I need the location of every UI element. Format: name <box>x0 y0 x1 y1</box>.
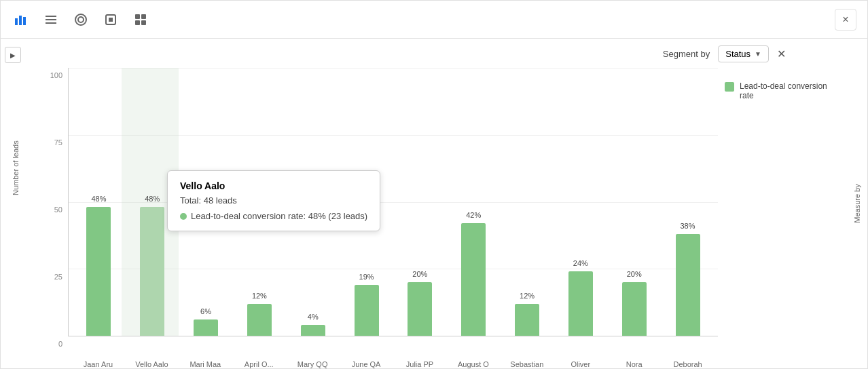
legend-item: Lead-to-deal conversion rate <box>725 81 833 100</box>
main-container: × ▶ Number of leads Segment by Status ▼ … <box>0 0 868 369</box>
bar-deborah[interactable]: 38% <box>676 234 700 336</box>
bar-group: 4% <box>286 68 340 336</box>
bar-pct-label: 38% <box>681 222 695 230</box>
segment-controls: Segment by Status ▼ ✕ <box>37 45 840 68</box>
x-axis-label: June QA <box>340 357 393 368</box>
x-axis-label: Mari Maa <box>179 357 232 368</box>
x-axis-label: Sebastian <box>500 357 554 368</box>
x-axis-label: Nora <box>607 357 661 368</box>
bar-group: 48% <box>72 68 126 336</box>
svg-rect-11 <box>141 14 146 19</box>
x-axis-label: Vello Aalo <box>125 357 179 368</box>
y-tick-100: 100 <box>50 71 62 79</box>
bar-aprilo...[interactable]: 12% <box>247 304 272 336</box>
svg-rect-3 <box>46 16 56 17</box>
legend-color-swatch <box>725 82 734 92</box>
bar-pct-label: 6% <box>200 307 211 315</box>
bars-container: 48%48%6%12%4%19%20%42%12%24%20%38% <box>69 68 718 336</box>
grid-icon[interactable] <box>131 10 150 29</box>
bar-group: 6% <box>179 68 233 336</box>
svg-rect-2 <box>23 17 26 25</box>
bar-oliver[interactable]: 24% <box>568 271 593 336</box>
x-axis-label: Deborah <box>661 357 715 368</box>
segment-by-label: Segment by <box>663 49 710 59</box>
bar-group: 48% <box>126 68 179 336</box>
bar-group: 20% <box>607 68 661 336</box>
bar-pct-label: 42% <box>466 211 481 219</box>
x-axis-label: Jaan Aru <box>71 357 125 368</box>
y-tick-50: 50 <box>54 206 62 214</box>
bar-pct-label: 19% <box>359 273 374 281</box>
bar-pct-label: 48% <box>91 195 106 203</box>
svg-rect-9 <box>109 18 113 22</box>
y-axis-label: Number of leads <box>12 141 20 195</box>
measure-label-container: Measure by <box>847 39 867 368</box>
bar-sebastian[interactable]: 12% <box>515 304 539 336</box>
x-axis-label: Julia PP <box>393 357 447 368</box>
bar-pct-label: 12% <box>520 292 535 300</box>
bar-maryqq[interactable]: 4% <box>301 325 325 336</box>
bar-group: 12% <box>232 68 286 336</box>
donut-icon[interactable] <box>71 10 90 29</box>
svg-rect-13 <box>141 20 146 25</box>
chart-wrapper: 100 75 50 25 0 <box>37 68 840 368</box>
svg-point-7 <box>78 17 84 22</box>
bar-pct-label: 48% <box>145 195 160 203</box>
bar-group: 38% <box>661 68 715 336</box>
square-icon[interactable] <box>101 10 120 29</box>
y-axis: 100 75 50 25 0 <box>37 68 68 368</box>
segment-value: Status <box>725 49 751 59</box>
x-labels: Jaan AruVello AaloMari MaaApril O...Mary… <box>68 357 718 368</box>
bar-pct-label: 4% <box>308 313 319 321</box>
bar-pct-label: 20% <box>627 270 642 278</box>
expand-button[interactable]: ▶ <box>5 47 21 63</box>
y-tick-0: 0 <box>58 340 62 348</box>
x-axis-label: August O <box>446 357 500 368</box>
bar-augusto[interactable]: 42% <box>461 223 486 336</box>
bars-and-labels: 48%48%6%12%4%19%20%42%12%24%20%38% Jaan … <box>68 68 718 368</box>
svg-rect-0 <box>15 18 18 25</box>
svg-rect-4 <box>46 19 56 20</box>
legend-label: Lead-to-deal conversion rate <box>740 81 833 100</box>
toolbar-left <box>12 10 150 29</box>
toolbar: × <box>1 1 867 39</box>
bar-nora[interactable]: 20% <box>622 282 647 336</box>
y-axis-label-container: ▶ Number of leads <box>1 39 31 368</box>
bar-juneqa[interactable]: 19% <box>355 285 379 336</box>
bar-marimaa[interactable]: 6% <box>194 319 218 336</box>
bar-group: 12% <box>501 68 554 336</box>
bar-juliapp[interactable]: 20% <box>408 282 432 336</box>
svg-rect-1 <box>19 16 22 25</box>
segment-select[interactable]: Status ▼ <box>718 45 769 62</box>
bar-group: 20% <box>393 68 447 336</box>
bar-pct-label: 24% <box>573 259 588 267</box>
measure-label: Measure by <box>853 184 861 222</box>
legend-area: Lead-to-deal conversion rate <box>718 68 840 368</box>
chart-content: Segment by Status ▼ ✕ 100 75 50 25 0 <box>31 39 847 368</box>
svg-rect-12 <box>135 20 140 25</box>
svg-rect-10 <box>135 14 140 19</box>
bar-group: 19% <box>340 68 393 336</box>
x-axis-label: Mary QQ <box>286 357 340 368</box>
svg-point-6 <box>75 14 86 25</box>
bar-velloaalo[interactable]: 48% <box>140 207 164 336</box>
bar-chart-icon[interactable] <box>12 10 31 29</box>
bar-pct-label: 20% <box>412 270 427 278</box>
bar-jaanaru[interactable]: 48% <box>86 207 111 336</box>
list-icon[interactable] <box>41 10 60 29</box>
y-tick-75: 75 <box>54 138 62 147</box>
x-axis-label: Oliver <box>554 357 607 368</box>
segment-clear-button[interactable]: ✕ <box>777 47 786 60</box>
x-axis-label: April O... <box>232 357 286 368</box>
bar-pct-label: 12% <box>252 292 267 300</box>
svg-rect-5 <box>46 22 56 24</box>
chart-area: ▶ Number of leads Segment by Status ▼ ✕ … <box>1 39 867 368</box>
close-button[interactable]: × <box>835 9 856 31</box>
bar-group: 42% <box>447 68 501 336</box>
bars-area: 48%48%6%12%4%19%20%42%12%24%20%38% <box>68 68 718 336</box>
bar-group: 24% <box>554 68 607 336</box>
dropdown-arrow-icon: ▼ <box>755 50 761 58</box>
y-tick-25: 25 <box>54 273 62 281</box>
